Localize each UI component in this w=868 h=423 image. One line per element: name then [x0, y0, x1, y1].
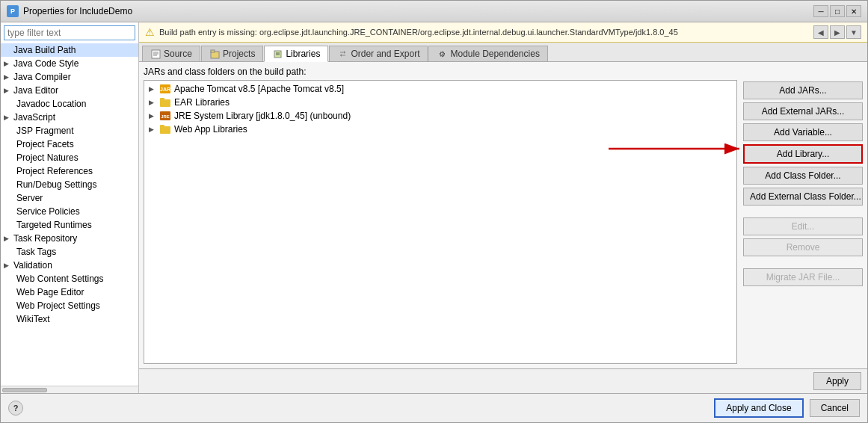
- tab-order-export[interactable]: Order and Export: [329, 46, 428, 61]
- add-variable-button[interactable]: Add Variable...: [743, 123, 863, 141]
- dialog-title: Properties for IncludeDemo: [23, 6, 132, 16]
- build-path-area: JARs and class folders on the build path…: [139, 62, 867, 368]
- tab-module-dependencies[interactable]: ⚙ Module Dependencies: [428, 46, 547, 61]
- tab-source[interactable]: Source: [142, 46, 200, 61]
- sidebar-item-label: Project Facets: [16, 139, 74, 149]
- add-jars-button[interactable]: Add JARs...: [743, 81, 863, 99]
- close-button[interactable]: ✕: [846, 5, 861, 17]
- remove-button[interactable]: Remove: [743, 238, 863, 256]
- sidebar-item-targeted-runtimes[interactable]: Targeted Runtimes: [1, 218, 138, 232]
- sidebar-item-java-editor[interactable]: ▶ Java Editor: [1, 84, 138, 97]
- build-path-item-jre[interactable]: ▶ JRE JRE System Library [jdk1.8.0_45] (…: [146, 109, 735, 123]
- sidebar-item-run-debug-settings[interactable]: Run/Debug Settings: [1, 178, 138, 191]
- sidebar-item-project-references[interactable]: Project References: [1, 164, 138, 178]
- main-content: ⚠ Build path entry is missing: org.eclip…: [139, 22, 867, 393]
- build-path-item-webapp[interactable]: ▶ Web App Libraries: [146, 123, 735, 136]
- warning-text: Build path entry is missing: org.eclipse…: [159, 28, 809, 37]
- sidebar-hscroll[interactable]: [2, 388, 47, 392]
- sidebar-item-label: Java Compiler: [13, 72, 71, 82]
- sidebar-item-label: Server: [16, 193, 43, 203]
- item-text: EAR Libraries: [174, 97, 230, 108]
- sidebar-item-label: Java Editor: [13, 85, 58, 96]
- sidebar-item-web-project-settings[interactable]: Web Project Settings: [1, 299, 138, 312]
- sidebar-item-label: Task Repository: [13, 233, 77, 244]
- right-buttons: Add JARs... Add External JARs... Add Var…: [743, 67, 863, 286]
- sidebar-list: Java Build Path ▶ Java Code Style ▶ Java…: [1, 43, 138, 386]
- expand-icon: ▶: [149, 99, 156, 106]
- edit-button[interactable]: Edit...: [743, 217, 863, 235]
- sidebar: Java Build Path ▶ Java Code Style ▶ Java…: [1, 22, 139, 393]
- sidebar-item-project-natures[interactable]: Project Natures: [1, 151, 138, 164]
- expand-icon: ▶: [149, 112, 156, 120]
- sidebar-item-task-tags[interactable]: Task Tags: [1, 245, 138, 259]
- add-external-class-folder-button[interactable]: Add External Class Folder...: [743, 188, 863, 206]
- item-text: JRE System Library [jdk1.8.0_45] (unboun…: [174, 111, 351, 121]
- item-text: Web App Libraries: [174, 124, 247, 135]
- sidebar-item-javadoc-location[interactable]: Javadoc Location: [1, 97, 138, 111]
- expand-icon: ▶: [4, 60, 11, 67]
- jre-icon: JRE: [159, 111, 171, 121]
- warning-next-button[interactable]: ▶: [830, 25, 845, 39]
- add-external-jars-button[interactable]: Add External JARs...: [743, 102, 863, 120]
- svg-text:JRE: JRE: [161, 114, 170, 119]
- button-spacer-2: [743, 259, 863, 265]
- expand-icon: ▶: [4, 235, 11, 242]
- sidebar-item-project-facets[interactable]: Project Facets: [1, 138, 138, 151]
- sidebar-item-label: Java Code Style: [13, 58, 79, 69]
- title-bar-left: P Properties for IncludeDemo: [7, 5, 132, 17]
- sidebar-item-validation[interactable]: ▶ Validation: [1, 259, 138, 272]
- sidebar-item-label: JSP Fragment: [16, 126, 73, 136]
- sidebar-item-web-page-editor[interactable]: Web Page Editor: [1, 285, 138, 299]
- sidebar-item-java-compiler[interactable]: ▶ Java Compiler: [1, 70, 138, 84]
- filter-input[interactable]: [4, 25, 135, 40]
- sidebar-item-javascript[interactable]: ▶ JavaScript: [1, 111, 138, 124]
- expand-icon: ▶: [4, 73, 11, 81]
- sidebar-item-label: Java Build Path: [13, 45, 76, 55]
- apply-button[interactable]: Apply: [813, 372, 861, 390]
- tab-libraries-label: Libraries: [286, 49, 320, 59]
- order-export-tab-icon: [337, 49, 348, 59]
- sidebar-item-jsp-fragment[interactable]: JSP Fragment: [1, 124, 138, 138]
- build-path-label: JARs and class folders on the build path…: [144, 67, 737, 77]
- sidebar-item-label: Web Project Settings: [16, 300, 100, 311]
- build-path-panel: JARs and class folders on the build path…: [144, 67, 737, 364]
- sidebar-item-label: Targeted Runtimes: [16, 220, 92, 230]
- add-class-folder-button[interactable]: Add Class Folder...: [743, 167, 863, 185]
- sidebar-item-web-content-settings[interactable]: Web Content Settings: [1, 272, 138, 285]
- minimize-button[interactable]: ─: [813, 5, 828, 17]
- folder-icon: [159, 124, 171, 135]
- help-button[interactable]: ?: [8, 401, 23, 416]
- buttons-panel-container: Add JARs... Add External JARs... Add Var…: [743, 67, 863, 364]
- projects-tab-icon: [209, 49, 220, 59]
- sidebar-item-java-build-path[interactable]: Java Build Path: [1, 43, 138, 57]
- item-text: Apache Tomcat v8.5 [Apache Tomcat v8.5]: [174, 84, 344, 94]
- title-bar: P Properties for IncludeDemo ─ □ ✕: [1, 1, 867, 22]
- tabs-bar: Source Projects Libraries: [139, 43, 867, 62]
- apply-and-close-button[interactable]: Apply and Close: [714, 398, 803, 418]
- sidebar-item-label: Javadoc Location: [16, 99, 86, 109]
- svg-text:JAR: JAR: [160, 87, 170, 92]
- tab-libraries[interactable]: Libraries: [264, 46, 328, 62]
- build-path-item-tomcat[interactable]: ▶ JAR Apache Tomcat v8.5 [Apache Tomcat …: [146, 82, 735, 96]
- sidebar-item-server[interactable]: Server: [1, 191, 138, 205]
- sidebar-item-java-code-style[interactable]: ▶ Java Code Style: [1, 57, 138, 70]
- warning-dropdown-button[interactable]: ▼: [846, 25, 861, 39]
- sidebar-item-label: Project References: [16, 166, 93, 176]
- sidebar-item-label: JavaScript: [13, 112, 55, 123]
- expand-icon: ▶: [4, 87, 11, 94]
- sidebar-item-wikitext[interactable]: WikiText: [1, 312, 138, 326]
- build-path-item-ear[interactable]: ▶ EAR Libraries: [146, 96, 735, 109]
- maximize-button[interactable]: □: [830, 5, 845, 17]
- sidebar-item-task-repository[interactable]: ▶ Task Repository: [1, 232, 138, 245]
- warning-prev-button[interactable]: ◀: [813, 25, 828, 39]
- folder-icon: [159, 97, 171, 108]
- migrate-jar-button[interactable]: Migrate JAR File...: [743, 268, 863, 286]
- jar-icon: JAR: [159, 84, 171, 94]
- sidebar-item-service-policies[interactable]: Service Policies: [1, 205, 138, 218]
- dialog-icon: P: [7, 5, 19, 17]
- source-tab-icon: [150, 49, 161, 59]
- tab-order-export-label: Order and Export: [351, 49, 419, 59]
- cancel-button[interactable]: Cancel: [810, 399, 860, 417]
- tab-projects[interactable]: Projects: [201, 46, 263, 61]
- add-library-button[interactable]: Add Library...: [743, 144, 863, 164]
